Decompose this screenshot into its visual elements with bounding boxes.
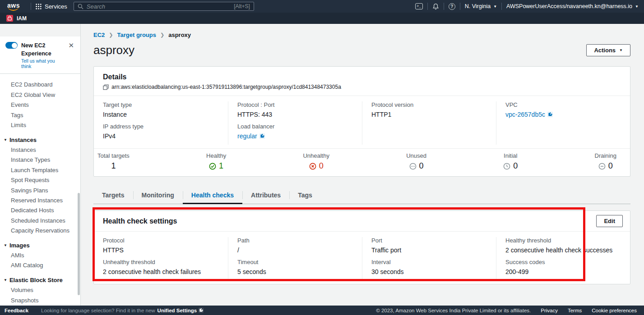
chevron-right-icon: ❯: [109, 32, 113, 38]
terms-link[interactable]: Terms: [568, 308, 582, 313]
details-fields: Target type Instance IP address type IPv…: [94, 96, 630, 148]
sidebar-scrollbar-thumb[interactable]: [78, 193, 80, 295]
hc-success-codes-value: 200-499: [505, 268, 623, 276]
sidebar-item-savings-plans[interactable]: Savings Plans: [0, 186, 80, 196]
cookie-preferences-link[interactable]: Cookie preferences: [592, 308, 637, 313]
sidebar-section-ebs[interactable]: ▼ Elastic Block Store: [0, 275, 80, 285]
account-menu[interactable]: AWSPowerUserAccess/navaneeth.kn@harness.…: [506, 3, 639, 9]
sidebar-item-snapshots[interactable]: Snapshots: [0, 296, 80, 306]
tab-attributes[interactable]: Attributes: [242, 187, 289, 204]
tell-us-link[interactable]: Tell us what you think: [21, 58, 63, 69]
field-label: Port: [371, 237, 489, 244]
hc-protocol-value: HTTPS: [103, 246, 221, 254]
sidebar-item-instance-types[interactable]: Instance Types: [0, 155, 80, 165]
sidebar-item-spot-requests[interactable]: Spot Requests: [0, 175, 80, 185]
unified-settings-link[interactable]: Unified Settings: [158, 308, 204, 313]
sidebar-section-instances[interactable]: ▼ Instances: [0, 135, 80, 145]
grid-icon: [36, 4, 42, 9]
top-navigation-bar: aws Services [Alt+S] >_ ? N. Virginia ▼: [0, 0, 644, 13]
sidebar-item-amis[interactable]: AMIs: [0, 251, 80, 260]
sidebar-item-volumes[interactable]: Volumes: [0, 285, 80, 295]
search-box[interactable]: [Alt+S]: [74, 2, 254, 11]
sidebar-item-reserved-instances[interactable]: Reserved Instances: [0, 196, 80, 205]
sidebar-section-images[interactable]: ▼ Images: [0, 241, 80, 251]
health-check-settings-title: Health check settings: [103, 217, 177, 225]
field-label: Load balancer: [237, 123, 355, 130]
bell-icon: [432, 3, 439, 10]
sidebar-nav: EC2 Dashboard EC2 Global View Events Tag…: [0, 74, 80, 306]
breadcrumb-current: asproxy: [168, 32, 191, 38]
count: 0: [608, 161, 613, 171]
tab-tags[interactable]: Tags: [289, 187, 321, 204]
aws-logo[interactable]: aws: [7, 2, 20, 9]
copy-icon[interactable]: [103, 84, 109, 90]
summary-label: Unhealthy: [303, 152, 329, 159]
field-label: Healthy threshold: [505, 237, 623, 244]
terminal-icon: >_: [415, 3, 423, 9]
sidebar-item-tags[interactable]: Tags: [0, 110, 80, 120]
actions-button[interactable]: Actions ▼: [586, 44, 630, 56]
sidebar-item-scheduled-instances[interactable]: Scheduled Instances: [0, 216, 80, 226]
field-label: Path: [237, 237, 355, 244]
load-balancer-link[interactable]: regular: [237, 132, 265, 140]
section-label: Elastic Block Store: [9, 275, 63, 285]
sidebar-item-instances[interactable]: Instances: [0, 145, 80, 155]
actions-label: Actions: [594, 47, 616, 54]
privacy-link[interactable]: Privacy: [541, 308, 558, 313]
sidebar-item-ec2-dashboard[interactable]: EC2 Dashboard: [0, 80, 80, 90]
sidebar-item-capacity-reservations[interactable]: Capacity Reservations: [0, 226, 80, 236]
breadcrumb-target-groups-link[interactable]: Target groups: [117, 32, 156, 38]
draining-count: 0: [595, 161, 616, 171]
summary-label: Initial: [503, 152, 518, 159]
search-input[interactable]: [87, 3, 231, 10]
breadcrumb-ec2-link[interactable]: EC2: [93, 32, 105, 38]
tab-health-checks[interactable]: Health checks: [183, 187, 242, 204]
field-label: IP address type: [103, 123, 221, 130]
sidebar-item-ami-catalog[interactable]: AMI Catalog: [0, 260, 80, 270]
section-label: Images: [9, 241, 30, 251]
footer: Feedback Looking for language selection?…: [0, 306, 644, 315]
check-circle-icon: [209, 163, 216, 170]
aws-console-screen: aws Services [Alt+S] >_ ? N. Virginia ▼: [0, 0, 644, 315]
field-label: Protocol: [103, 237, 221, 244]
new-ec2-experience-toggle[interactable]: [5, 42, 18, 49]
divider: [427, 3, 428, 10]
chevron-down-icon: ▼: [4, 135, 7, 145]
favorite-iam-link[interactable]: IAM: [17, 15, 27, 22]
hc-interval-value: 30 seconds: [371, 268, 489, 276]
protocol-version-value: HTTP1: [371, 110, 489, 119]
help-button[interactable]: ?: [449, 3, 455, 10]
language-hint: Looking for language selection? Find it …: [41, 308, 155, 313]
sidebar-item-limits[interactable]: Limits: [0, 120, 80, 130]
chevron-down-icon: ▼: [493, 5, 497, 9]
unified-settings-label: Unified Settings: [158, 308, 197, 313]
health-check-fields: Protocol HTTPS Unhealthy threshold 2 con…: [94, 232, 630, 284]
sidebar-item-events[interactable]: Events: [0, 100, 80, 110]
sidebar-item-dedicated-hosts[interactable]: Dedicated Hosts: [0, 205, 80, 215]
services-menu-button[interactable]: Services: [36, 3, 67, 10]
unhealthy-count: 0: [303, 161, 329, 171]
field-label: Success codes: [505, 259, 623, 266]
protocol-port-value: HTTPS: 443: [237, 110, 355, 119]
vpc-link[interactable]: vpc-2657db5c: [505, 110, 553, 119]
favorites-bar: IAM: [0, 13, 644, 24]
notifications-button[interactable]: [432, 3, 439, 10]
main-content: EC2 ❯ Target groups ❯ asproxy asproxy Ac…: [81, 24, 644, 306]
feedback-button[interactable]: Feedback: [5, 308, 28, 313]
tab-monitoring[interactable]: Monitoring: [133, 187, 183, 204]
cloudshell-button[interactable]: >_: [415, 3, 423, 9]
region-selector[interactable]: N. Virginia ▼: [465, 3, 497, 9]
sidebar-item-ec2-global-view[interactable]: EC2 Global View: [0, 90, 80, 100]
tab-bar: Targets Monitoring Health checks Attribu…: [93, 187, 630, 204]
edit-button[interactable]: Edit: [596, 215, 623, 227]
unused-count: 0: [406, 161, 426, 171]
tab-targets[interactable]: Targets: [93, 187, 133, 204]
divider: [501, 3, 502, 10]
breadcrumb: EC2 ❯ Target groups ❯ asproxy: [93, 32, 630, 38]
field-label: VPC: [505, 101, 623, 109]
initial-count: 0: [503, 161, 518, 171]
ellipsis-circle-icon: [409, 163, 417, 170]
sidebar-item-launch-templates[interactable]: Launch Templates: [0, 165, 80, 175]
count: 0: [419, 161, 424, 171]
close-icon[interactable]: ✕: [66, 41, 76, 50]
